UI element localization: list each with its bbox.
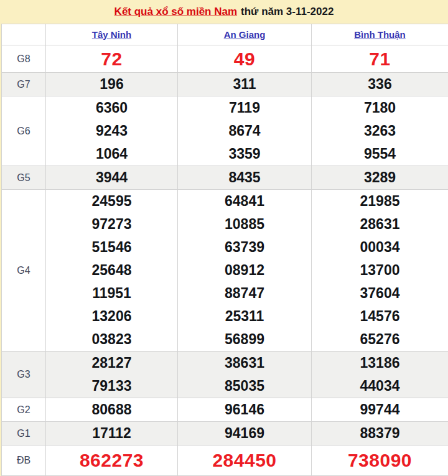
prize-values-col2: 64841108856373908912887472531156899 <box>178 190 312 352</box>
prize-values-col3: 3289 <box>312 166 448 190</box>
prize-label: G1 <box>2 422 46 446</box>
prize-row-g6: G6636092431064711986743359718032639554 <box>2 96 448 166</box>
results-body: G8724971G7196311336G66360924310647119867… <box>2 45 448 476</box>
prize-row-đb: ĐB862273284450738090 <box>2 446 448 476</box>
prize-values-col3: 99744 <box>312 398 448 422</box>
prize-values-col1: 196 <box>46 73 178 96</box>
prize-number: 25648 <box>46 259 177 282</box>
prize-number: 196 <box>46 73 177 96</box>
prize-number: 28631 <box>312 213 448 236</box>
prize-number: 79133 <box>46 375 177 398</box>
prize-values-col3: 336 <box>312 73 448 96</box>
prize-label: G5 <box>2 166 46 190</box>
prize-values-col3: 71 <box>312 45 448 73</box>
prize-values-col2: 49 <box>178 45 312 73</box>
prize-number: 37604 <box>312 282 448 305</box>
page-title: Kết quả xổ số miền Nam thứ năm 3-11-2022 <box>0 0 448 24</box>
prize-label: G2 <box>2 398 46 422</box>
prize-number: 51546 <box>46 236 177 259</box>
header-row: Tây Ninh An Giang Bình Thuận <box>2 24 448 45</box>
prize-values-col1: 24595972735154625648119511320603823 <box>46 190 178 352</box>
prize-number: 284450 <box>178 446 311 475</box>
prize-number: 8674 <box>178 119 311 142</box>
prize-number: 97273 <box>46 213 177 236</box>
prize-number: 7180 <box>312 96 448 119</box>
prize-values-col2: 96146 <box>178 398 312 422</box>
prize-number: 3944 <box>46 166 177 189</box>
prize-row-g3: G3281277913338631850351318644034 <box>2 352 448 398</box>
prize-number: 13206 <box>46 305 177 328</box>
prize-number: 17112 <box>46 422 177 445</box>
prize-number: 88379 <box>312 422 448 445</box>
prize-number: 13186 <box>312 352 448 375</box>
prize-label: G7 <box>2 73 46 96</box>
prize-values-col1: 72 <box>46 45 178 73</box>
prize-number: 6360 <box>46 96 177 119</box>
prize-number: 71 <box>312 45 448 72</box>
prize-values-col1: 80688 <box>46 398 178 422</box>
prize-number: 63739 <box>178 236 311 259</box>
prize-number: 11951 <box>46 282 177 305</box>
prize-number: 56899 <box>178 328 311 351</box>
prize-number: 08912 <box>178 259 311 282</box>
corner-cell <box>2 24 46 45</box>
prize-row-g8: G8724971 <box>2 45 448 73</box>
province-link-tay-ninh[interactable]: Tây Ninh <box>92 29 131 40</box>
prize-number: 14576 <box>312 305 448 328</box>
prize-values-col1: 862273 <box>46 446 178 476</box>
prize-values-col2: 711986743359 <box>178 96 312 166</box>
prize-label: G8 <box>2 45 46 73</box>
prize-number: 38631 <box>178 352 311 375</box>
prize-number: 13700 <box>312 259 448 282</box>
prize-number: 85035 <box>178 375 311 398</box>
prize-row-g2: G2806889614699744 <box>2 398 448 422</box>
prize-values-col3: 738090 <box>312 446 448 476</box>
prize-number: 3289 <box>312 166 448 189</box>
prize-number: 96146 <box>178 398 311 421</box>
results-table: Tây Ninh An Giang Bình Thuận G8724971G71… <box>1 24 448 476</box>
prize-number: 00034 <box>312 236 448 259</box>
prize-values-col3: 1318644034 <box>312 352 448 398</box>
prize-values-col2: 284450 <box>178 446 312 476</box>
prize-values-col1: 636092431064 <box>46 96 178 166</box>
prize-number: 99744 <box>312 398 448 421</box>
prize-label: G3 <box>2 352 46 398</box>
prize-row-g5: G5394484353289 <box>2 166 448 190</box>
prize-number: 738090 <box>312 446 448 475</box>
prize-values-col2: 8435 <box>178 166 312 190</box>
prize-number: 10885 <box>178 213 311 236</box>
prize-number: 21985 <box>312 190 448 213</box>
prize-values-col3: 21985286310003413700376041457665276 <box>312 190 448 352</box>
prize-number: 1064 <box>46 142 177 166</box>
prize-values-col3: 718032639554 <box>312 96 448 166</box>
prize-row-g1: G1171129416988379 <box>2 422 448 446</box>
prize-number: 8435 <box>178 166 311 189</box>
province-link-binh-thuan[interactable]: Bình Thuận <box>354 29 406 40</box>
prize-number: 49 <box>178 45 311 72</box>
prize-number: 65276 <box>312 328 448 351</box>
prize-number: 862273 <box>46 446 177 475</box>
prize-values-col2: 311 <box>178 73 312 96</box>
prize-number: 72 <box>46 45 177 72</box>
prize-values-col3: 88379 <box>312 422 448 446</box>
prize-number: 03823 <box>46 328 177 351</box>
prize-number: 3263 <box>312 119 448 142</box>
prize-number: 9243 <box>46 119 177 142</box>
prize-values-col1: 2812779133 <box>46 352 178 398</box>
prize-number: 44034 <box>312 375 448 398</box>
prize-number: 7119 <box>178 96 311 119</box>
prize-number: 9554 <box>312 142 448 166</box>
prize-number: 80688 <box>46 398 177 421</box>
prize-number: 3359 <box>178 142 311 166</box>
prize-number: 311 <box>178 73 311 96</box>
prize-row-g4: G424595972735154625648119511320603823648… <box>2 190 448 352</box>
prize-label: G6 <box>2 96 46 166</box>
prize-number: 336 <box>312 73 448 96</box>
prize-label: G4 <box>2 190 46 352</box>
prize-number: 94169 <box>178 422 311 445</box>
prize-row-g7: G7196311336 <box>2 73 448 96</box>
prize-number: 28127 <box>46 352 177 375</box>
title-link[interactable]: Kết quả xổ số miền Nam <box>114 6 237 18</box>
prize-number: 24595 <box>46 190 177 213</box>
province-link-an-giang[interactable]: An Giang <box>224 29 266 40</box>
